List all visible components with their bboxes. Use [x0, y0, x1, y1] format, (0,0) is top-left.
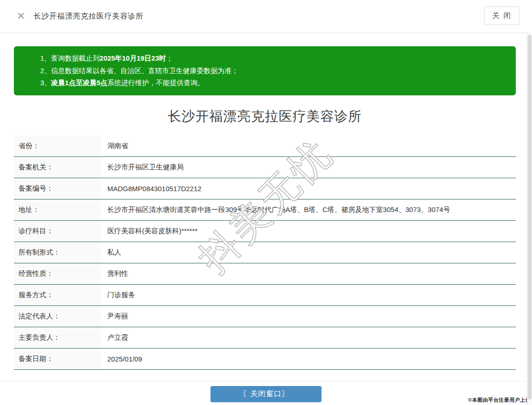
- table-row-filing-authority: 备案机关： 长沙市开福区卫生健康局: [14, 157, 516, 178]
- field-label: 诊疗科目：: [14, 221, 101, 242]
- field-value: 尹寿丽: [101, 306, 516, 327]
- table-row-medical-subjects: 诊疗科目： 医疗美容科(美容皮肤科)******: [14, 221, 516, 242]
- field-value: 2025/01/09: [101, 349, 516, 369]
- table-row-filing-date: 备案日期： 2025/01/09: [14, 349, 516, 370]
- table-row-principal: 主要负责人： 卢立霞: [14, 327, 516, 349]
- field-label: 法定代表人：: [14, 306, 101, 327]
- table-row-address: 地址： 长沙市开福区清水塘街道芙蓉中路一段309号华远时代广场A塔、B塔、C塔、…: [14, 199, 516, 221]
- close-icon[interactable]: ✕: [17, 11, 25, 21]
- field-label: 备案日期：: [14, 349, 101, 369]
- table-row-business-nature: 经营性质： 营利性: [14, 263, 516, 285]
- table-row-service-mode: 服务方式： 门诊服务: [14, 285, 516, 306]
- notice-line-2: 2、信息数据结果以各省、自治区、直辖市卫生健康委数据为准；: [40, 65, 507, 77]
- field-label: 备案机关：: [14, 157, 101, 178]
- page-title: 长沙开福漂亮克拉医疗美容诊所: [14, 107, 516, 126]
- field-label: 备案编号：: [14, 178, 101, 199]
- notice-line-1: 1、查询数据截止到2025年10月19日23时；: [40, 52, 507, 65]
- field-value: 私人: [101, 242, 516, 263]
- window-title: 长沙开福漂亮克拉医疗美容诊所: [33, 12, 143, 21]
- field-value: 长沙市开福区卫生健康局: [101, 157, 516, 178]
- upload-attribution: ©本图由平台注册用户上传: [468, 397, 531, 404]
- field-value: 营利性: [101, 263, 516, 284]
- field-value: 长沙市开福区清水塘街道芙蓉中路一段309号华远时代广场A塔、B塔、C塔、裙房及地…: [101, 199, 516, 220]
- field-label: 经营性质：: [14, 263, 101, 284]
- footer-divider: [0, 381, 532, 381]
- field-label: 省份：: [14, 136, 101, 156]
- table-row-province: 省份： 湖南省: [14, 136, 516, 157]
- scrollbar-thumb[interactable]: [528, 35, 532, 399]
- info-table: 省份： 湖南省 备案机关： 长沙市开福区卫生健康局 备案编号： MADG8MP0…: [14, 136, 516, 370]
- table-row-legal-representative: 法定代表人： 尹寿丽: [14, 306, 516, 327]
- table-row-ownership: 所有制形式： 私人: [14, 242, 516, 263]
- field-value: MADG8MP0843010517D2212: [101, 178, 516, 199]
- field-label: 服务方式：: [14, 285, 101, 305]
- scrollbar[interactable]: [527, 32, 532, 405]
- field-label: 主要负责人：: [14, 327, 101, 348]
- field-label: 所有制形式：: [14, 242, 101, 263]
- field-value: 卢立霞: [101, 327, 516, 348]
- table-row-filing-number: 备案编号： MADG8MP0843010517D2212: [14, 178, 516, 199]
- close-button[interactable]: 关 闭: [484, 6, 520, 25]
- notice-line-3: 3、凌晨1点至凌晨5点系统进行维护，不能提供查询。: [40, 77, 507, 89]
- field-label: 地址：: [14, 199, 101, 220]
- content-area: 1、查询数据截止到2025年10月19日23时； 2、信息数据结果以各省、自治区…: [14, 46, 516, 370]
- notice-banner: 1、查询数据截止到2025年10月19日23时； 2、信息数据结果以各省、自治区…: [14, 46, 516, 95]
- window-header: ✕ 长沙开福漂亮克拉医疗美容诊所 关 闭: [0, 0, 532, 33]
- field-value: 湖南省: [101, 136, 516, 156]
- field-value: 医疗美容科(美容皮肤科)******: [101, 221, 516, 242]
- close-window-button[interactable]: 〖关闭窗口〗: [210, 386, 322, 402]
- field-value: 门诊服务: [101, 285, 516, 305]
